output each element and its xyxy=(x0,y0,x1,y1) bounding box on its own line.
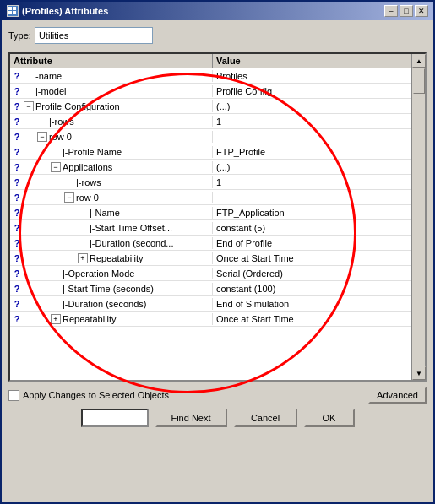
type-row: Type: xyxy=(8,27,427,44)
table-row[interactable]: ?|-rows1 xyxy=(10,175,411,190)
help-icon[interactable]: ? xyxy=(10,71,24,81)
attribute-value: Profile Config xyxy=(213,85,411,97)
attribute-name: row 0 xyxy=(49,132,72,142)
attribute-name: |-model xyxy=(35,86,66,96)
find-next-button[interactable]: Find Next xyxy=(155,409,227,427)
table-row[interactable]: ?|-modelProfile Config xyxy=(10,84,411,99)
attribute-value: constant (100) xyxy=(213,283,411,295)
help-icon[interactable]: ? xyxy=(10,223,24,233)
help-icon[interactable]: ? xyxy=(10,314,24,324)
table-row[interactable]: ?−row 0 xyxy=(10,129,411,144)
apply-row: Apply Changes to Selected Objects Advanc… xyxy=(8,387,427,404)
table-row[interactable]: ?|-Profile NameFTP_Profile xyxy=(10,144,411,160)
table-row[interactable]: ?-nameProfiles xyxy=(10,68,411,84)
attribute-name: -name xyxy=(35,71,62,81)
cancel-button[interactable]: Cancel xyxy=(234,409,297,427)
maximize-button[interactable]: □ xyxy=(400,5,413,17)
attribute-column-header: Attribute xyxy=(10,54,213,68)
table-row[interactable]: ?−row 0 xyxy=(10,190,411,205)
attribute-value: Once at Start Time xyxy=(213,252,411,264)
attribute-table: Attribute Value ?-nameProfiles?|-modelPr… xyxy=(8,52,427,382)
svg-rect-2 xyxy=(13,7,16,10)
close-button[interactable]: ✕ xyxy=(415,5,428,17)
attribute-name: |-Start Time Offset... xyxy=(90,223,172,233)
attribute-value: Serial (Ordered) xyxy=(213,268,411,279)
type-label: Type: xyxy=(8,30,31,41)
window-title: (Profiles) Attributes xyxy=(22,6,108,16)
table-row[interactable]: ?+RepeatabilityOnce at Start Time xyxy=(10,251,411,266)
table-row[interactable]: ?|-Start Time (seconds)constant (100) xyxy=(10,281,411,296)
help-icon[interactable]: ? xyxy=(10,132,24,142)
attribute-value: Once at Start Time xyxy=(213,313,411,325)
expand-icon[interactable]: + xyxy=(51,314,61,324)
table-row[interactable]: ?|-rows1 xyxy=(10,114,411,129)
table-row[interactable]: ?−Profile Configuration(...) xyxy=(10,99,411,114)
help-icon[interactable]: ? xyxy=(10,117,24,127)
scroll-thumb[interactable] xyxy=(413,68,425,94)
apply-label: Apply Changes to Selected Objects xyxy=(23,390,169,400)
help-icon[interactable]: ? xyxy=(10,299,24,309)
help-icon[interactable]: ? xyxy=(10,86,24,96)
table-row[interactable]: ?|-Start Time Offset...constant (5) xyxy=(10,220,411,236)
type-input[interactable] xyxy=(35,27,153,44)
attribute-value: (...) xyxy=(213,100,411,112)
expand-icon[interactable]: − xyxy=(51,162,61,172)
attribute-value: FTP_Application xyxy=(213,207,411,219)
attribute-name: |-Duration (second... xyxy=(90,238,173,248)
ok-button[interactable]: OK xyxy=(304,409,355,427)
expand-icon[interactable]: − xyxy=(24,101,34,111)
attribute-value: End of Simulation xyxy=(213,298,411,310)
table-row[interactable]: ?|-Operation ModeSerial (Ordered) xyxy=(10,266,411,281)
attribute-name: |-Start Time (seconds) xyxy=(63,284,154,294)
attribute-value xyxy=(213,136,411,138)
advanced-button[interactable]: Advanced xyxy=(368,387,427,404)
svg-rect-3 xyxy=(8,11,12,14)
help-icon[interactable]: ? xyxy=(10,177,24,187)
search-input[interactable] xyxy=(81,409,149,427)
scroll-up-arrow[interactable]: ▲ xyxy=(412,54,426,68)
table-row[interactable]: ?|-Duration (seconds)End of Simulation xyxy=(10,296,411,312)
attribute-name: Repeatability xyxy=(63,314,117,324)
attribute-value: 1 xyxy=(213,176,411,188)
attribute-name: |-Duration (seconds) xyxy=(63,299,146,309)
attribute-name: row 0 xyxy=(76,192,99,203)
help-icon[interactable]: ? xyxy=(10,147,24,157)
table-row[interactable]: ?|-NameFTP_Application xyxy=(10,205,411,220)
help-icon[interactable]: ? xyxy=(10,162,24,172)
window-icon xyxy=(7,5,19,17)
expand-icon[interactable]: − xyxy=(64,192,74,203)
help-icon[interactable]: ? xyxy=(10,192,24,203)
button-row: Find Next Cancel OK xyxy=(8,409,427,432)
title-buttons: – □ ✕ xyxy=(384,5,428,17)
attribute-value: Profiles xyxy=(213,70,411,82)
title-bar: (Profiles) Attributes – □ ✕ xyxy=(2,2,433,20)
apply-checkbox-area: Apply Changes to Selected Objects xyxy=(8,390,169,401)
scrollbar[interactable]: ▲ ▼ xyxy=(411,54,425,380)
attribute-value: 1 xyxy=(213,116,411,127)
expand-icon[interactable]: − xyxy=(37,132,47,142)
attribute-name: |-rows xyxy=(76,177,101,187)
expand-icon[interactable]: + xyxy=(78,253,88,263)
help-icon[interactable]: ? xyxy=(10,284,24,294)
table-row[interactable]: ?|-Duration (second...End of Profile xyxy=(10,236,411,251)
title-bar-left: (Profiles) Attributes xyxy=(7,5,108,17)
scroll-down-arrow[interactable]: ▼ xyxy=(412,366,426,380)
help-icon[interactable]: ? xyxy=(10,101,24,111)
svg-rect-1 xyxy=(8,7,12,10)
attribute-name: |-Name xyxy=(90,208,120,218)
attribute-value: End of Profile xyxy=(213,237,411,249)
help-icon[interactable]: ? xyxy=(10,208,24,218)
apply-checkbox[interactable] xyxy=(8,390,19,401)
attribute-value: constant (5) xyxy=(213,222,411,234)
svg-rect-4 xyxy=(13,11,16,14)
attribute-name: Applications xyxy=(63,162,112,172)
table-row[interactable]: ?+RepeatabilityOnce at Start Time xyxy=(10,312,411,327)
attribute-name: |-Operation Mode xyxy=(63,268,134,279)
help-icon[interactable]: ? xyxy=(10,238,24,248)
table-header: Attribute Value xyxy=(10,54,411,68)
help-icon[interactable]: ? xyxy=(10,268,24,279)
minimize-button[interactable]: – xyxy=(384,5,398,17)
bottom-section: Apply Changes to Selected Objects Advanc… xyxy=(8,387,427,432)
table-row[interactable]: ?−Applications(...) xyxy=(10,160,411,175)
help-icon[interactable]: ? xyxy=(10,253,24,263)
